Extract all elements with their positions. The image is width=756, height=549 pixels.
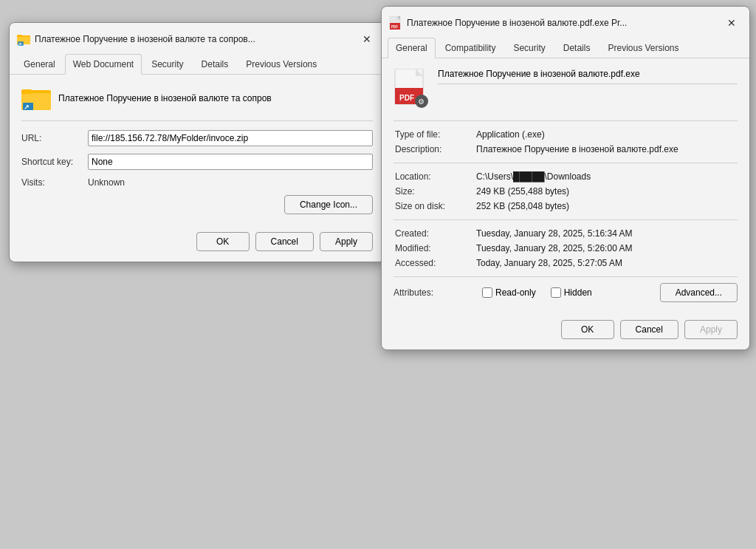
modified-row: Modified: Tuesday, January 28, 2025, 5:2…: [394, 241, 738, 256]
svg-text:⚙: ⚙: [418, 98, 425, 106]
file-location-table: Location: C:\Users\█████\Downloads Size:…: [394, 169, 738, 214]
left-tabs: General Web Document Security Details Pr…: [10, 54, 385, 75]
shortcut-row: Shortcut key:: [21, 154, 373, 170]
tab-web-document[interactable]: Web Document: [65, 54, 142, 75]
left-properties-dialog: ↗ Платежное Поручение в інозеной валюте …: [9, 22, 385, 262]
created-row: Created: Tuesday, January 28, 2025, 5:16…: [394, 226, 738, 241]
description-label: Description:: [394, 142, 475, 157]
advanced-button[interactable]: Advanced...: [660, 283, 738, 302]
svg-text:PDF: PDF: [399, 94, 414, 102]
attributes-label: Attributes:: [394, 287, 475, 298]
tab-security-left[interactable]: Security: [143, 54, 191, 74]
right-dialog-title: Платежное Поручение в інозеной валюте.pd…: [407, 18, 717, 28]
visits-value: Unknown: [88, 177, 125, 188]
file-dates-table: Created: Tuesday, January 28, 2025, 5:16…: [394, 226, 738, 270]
left-file-header: ↗ Платежное Поручение в інозеной валюте …: [21, 85, 373, 121]
left-titlebar: ↗ Платежное Поручение в інозеной валюте …: [10, 23, 385, 54]
description-row: Description: Платежное Поручение в інозе…: [394, 142, 738, 157]
accessed-row: Accessed: Today, January 28, 2025, 5:27:…: [394, 256, 738, 270]
svg-text:PDF: PDF: [391, 25, 398, 29]
shortcut-label: Shortcut key:: [21, 157, 88, 167]
size-value: 249 KB (255,488 bytes): [475, 184, 738, 199]
visits-row: Visits: Unknown: [21, 177, 373, 188]
readonly-checkbox[interactable]: [482, 287, 492, 298]
modified-value: Tuesday, January 28, 2025, 5:26:00 AM: [475, 241, 738, 256]
right-close-button[interactable]: ✕: [721, 13, 742, 33]
right-dialog-content: PDF ⚙ Платежное Поручение в інозеной вал…: [382, 58, 749, 313]
description-value: Платежное Поручение в інозеной валюте.pd…: [475, 142, 738, 157]
left-close-button[interactable]: ✕: [357, 29, 377, 50]
left-apply-button[interactable]: Apply: [320, 232, 373, 251]
left-file-name: Платежное Поручение в інозеной валюте та…: [58, 93, 272, 103]
visits-label: Visits:: [21, 177, 88, 188]
size-row: Size: 249 KB (255,488 bytes): [394, 184, 738, 199]
file-info-table: Type of file: Application (.exe) Descrip…: [394, 127, 738, 157]
url-row: URL:: [21, 130, 373, 146]
left-dialog-footer: OK Cancel Apply: [10, 225, 385, 262]
left-dialog-title: Платежное Поручение в інозеной валюте та…: [35, 34, 352, 44]
right-file-name: Платежное Поручение в інозеной валюте.pd…: [438, 66, 640, 83]
right-file-header: PDF ⚙ Платежное Поручение в інозеной вал…: [394, 69, 738, 110]
right-ok-button[interactable]: OK: [561, 320, 614, 339]
created-value: Tuesday, January 28, 2025, 5:16:34 AM: [475, 226, 738, 241]
right-file-name-wrap: Платежное Поручение в інозеной валюте.pd…: [438, 69, 738, 84]
tab-details-right[interactable]: Details: [555, 38, 599, 58]
size-on-disk-row: Size on disk: 252 KB (258,048 bytes): [394, 199, 738, 214]
type-value: Application (.exe): [475, 127, 738, 142]
tab-details-left[interactable]: Details: [193, 54, 237, 74]
tab-previous-versions-left[interactable]: Previous Versions: [238, 54, 325, 74]
right-apply-button[interactable]: Apply: [684, 320, 738, 339]
separator-2: [394, 163, 738, 163]
location-label: Location:: [394, 169, 475, 184]
shortcut-input[interactable]: [88, 154, 373, 170]
folder-title-icon: ↗: [17, 33, 30, 46]
tab-general-right[interactable]: General: [388, 38, 436, 58]
change-icon-section: Change Icon...: [21, 195, 373, 214]
created-label: Created:: [394, 226, 475, 241]
accessed-label: Accessed:: [394, 256, 475, 270]
url-label: URL:: [21, 133, 88, 143]
pdf-title-icon: PDF: [389, 16, 402, 30]
modified-label: Modified:: [394, 241, 475, 256]
tab-general-left[interactable]: General: [16, 54, 63, 74]
pdf-icon-large: PDF ⚙: [394, 69, 429, 110]
readonly-label-text: Read-only: [495, 287, 536, 298]
separator-1: [394, 120, 738, 121]
right-properties-dialog: PDF Платежное Поручение в інозеной валют…: [381, 6, 750, 350]
right-titlebar: PDF Платежное Поручение в інозеной валют…: [382, 7, 749, 38]
hidden-checkbox[interactable]: [551, 287, 561, 298]
left-dialog-content: ↗ Платежное Поручение в інозеной валюте …: [10, 75, 385, 225]
attributes-row: Attributes: Read-only Hidden Advanced...: [394, 283, 738, 302]
right-tabs: General Compatibility Security Details P…: [382, 38, 749, 58]
right-dialog-footer: OK Cancel Apply: [382, 313, 749, 349]
separator-3: [394, 219, 738, 220]
left-ok-button[interactable]: OK: [196, 232, 250, 251]
readonly-checkbox-label[interactable]: Read-only: [482, 287, 536, 298]
folder-icon-large: ↗: [21, 85, 51, 112]
svg-text:↗: ↗: [24, 103, 30, 111]
location-row: Location: C:\Users\█████\Downloads: [394, 169, 738, 184]
size-on-disk-label: Size on disk:: [394, 199, 475, 214]
hidden-checkbox-label[interactable]: Hidden: [551, 287, 592, 298]
change-icon-button[interactable]: Change Icon...: [284, 195, 373, 214]
left-cancel-button[interactable]: Cancel: [255, 232, 314, 251]
location-value: C:\Users\█████\Downloads: [475, 169, 738, 184]
svg-rect-2: [17, 35, 22, 37]
hidden-label-text: Hidden: [564, 287, 592, 298]
right-cancel-button[interactable]: Cancel: [620, 320, 678, 339]
tab-previous-versions-right[interactable]: Previous Versions: [599, 38, 687, 58]
separator-4: [394, 276, 738, 277]
tab-security-right[interactable]: Security: [505, 38, 553, 58]
size-on-disk-value: 252 KB (258,048 bytes): [475, 199, 738, 214]
svg-rect-7: [21, 89, 32, 94]
size-label: Size:: [394, 184, 475, 199]
svg-text:↗: ↗: [18, 42, 21, 46]
tab-compatibility[interactable]: Compatibility: [437, 38, 504, 58]
accessed-value: Today, January 28, 2025, 5:27:05 AM: [475, 256, 738, 270]
type-row: Type of file: Application (.exe): [394, 127, 738, 142]
url-input[interactable]: [88, 130, 373, 146]
type-label: Type of file:: [394, 127, 475, 142]
